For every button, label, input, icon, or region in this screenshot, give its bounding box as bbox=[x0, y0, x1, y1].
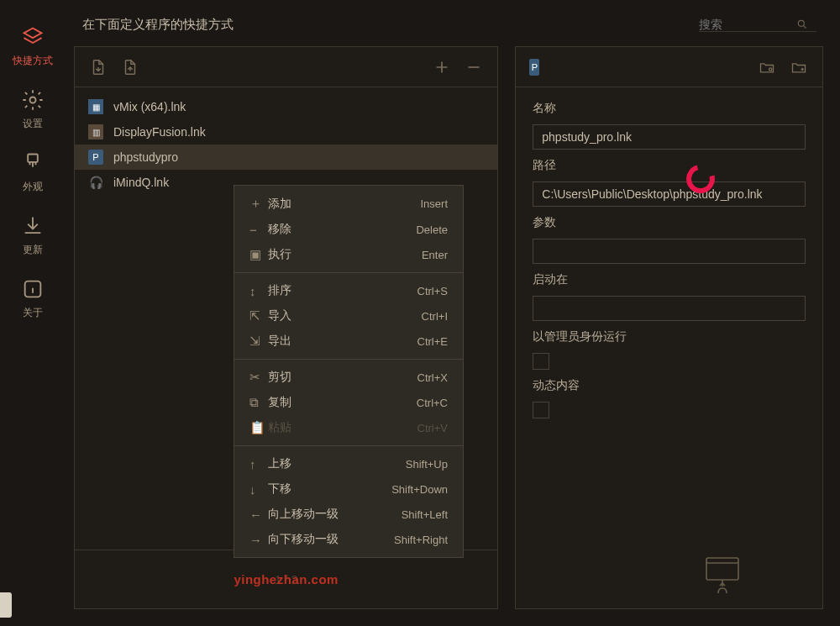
sidebar-label: 设置 bbox=[23, 117, 43, 131]
startin-field[interactable] bbox=[533, 296, 806, 321]
startin-label: 启动在 bbox=[533, 272, 806, 287]
svg-point-3 bbox=[798, 20, 804, 26]
sidebar-label: 更新 bbox=[23, 243, 43, 257]
path-label: 路径 bbox=[533, 158, 806, 173]
sidebar-item-update[interactable]: 更新 bbox=[0, 206, 66, 269]
open-folder-button[interactable] bbox=[757, 57, 777, 77]
svg-point-4 bbox=[769, 67, 772, 70]
list-item[interactable]: ▦ vMix (x64).lnk bbox=[75, 94, 497, 119]
menu-add[interactable]: ＋ 添加 Insert bbox=[234, 191, 463, 217]
dynamic-checkbox[interactable] bbox=[533, 402, 549, 418]
collapsed-tab[interactable] bbox=[0, 592, 12, 618]
args-field[interactable] bbox=[533, 239, 806, 264]
info-icon bbox=[21, 277, 45, 301]
copy-icon: ⧉ bbox=[249, 395, 268, 410]
brush-icon bbox=[21, 151, 45, 175]
import-icon: ⇱ bbox=[249, 308, 268, 324]
args-label: 参数 bbox=[533, 215, 806, 230]
app-preview-icon: P bbox=[529, 57, 549, 77]
name-label: 名称 bbox=[533, 101, 806, 116]
menu-export[interactable]: ⇲ 导出 Ctrl+E bbox=[234, 329, 463, 354]
svg-rect-1 bbox=[28, 155, 38, 162]
export-file-button[interactable] bbox=[120, 57, 140, 77]
sidebar-item-about[interactable]: 关于 bbox=[0, 269, 66, 332]
details-panel: P 名称 路径 bbox=[515, 46, 823, 609]
admin-checkbox[interactable] bbox=[533, 353, 549, 370]
export-icon: ⇲ bbox=[249, 334, 268, 349]
paste-icon: 📋 bbox=[249, 420, 268, 435]
up-icon: ↑ bbox=[249, 457, 268, 471]
cut-icon: ✂ bbox=[249, 370, 268, 385]
details-toolbar: P bbox=[516, 47, 822, 87]
sort-icon: ↕ bbox=[249, 284, 268, 298]
remove-button[interactable] bbox=[464, 57, 484, 77]
download-icon bbox=[21, 214, 45, 238]
instruction-text: 在下面定义程序的快捷方式 bbox=[82, 17, 234, 33]
menu-cut[interactable]: ✂ 剪切 Ctrl+X bbox=[234, 365, 463, 390]
menu-remove[interactable]: − 移除 Delete bbox=[234, 217, 463, 242]
sidebar-label: 关于 bbox=[23, 306, 43, 320]
svg-rect-5 bbox=[706, 558, 738, 580]
watermark: yinghezhan.com bbox=[234, 572, 339, 587]
file-label: phpstudypro bbox=[113, 150, 178, 164]
open-location-button[interactable] bbox=[789, 57, 809, 77]
app-icon: ▥ bbox=[88, 124, 103, 139]
sidebar-label: 外观 bbox=[23, 180, 43, 194]
sidebar: 快捷方式 设置 外观 更新 关于 bbox=[0, 0, 66, 626]
list-item[interactable]: ▥ DisplayFusion.lnk bbox=[75, 119, 497, 145]
menu-move-up[interactable]: ↑ 上移 Shift+Up bbox=[234, 451, 463, 476]
name-field[interactable] bbox=[533, 124, 806, 150]
menu-separator bbox=[234, 359, 463, 360]
search-icon bbox=[796, 18, 808, 30]
file-label: vMix (x64).lnk bbox=[113, 100, 186, 113]
sidebar-item-appearance[interactable]: 外观 bbox=[0, 143, 66, 206]
sidebar-label: 快捷方式 bbox=[13, 54, 53, 68]
app-icon: P bbox=[88, 150, 103, 165]
run-icon: ▣ bbox=[249, 247, 268, 262]
menu-separator bbox=[234, 272, 463, 273]
path-field[interactable] bbox=[533, 181, 806, 207]
context-menu: ＋ 添加 Insert − 移除 Delete ▣ 执行 Enter ↕ 排序 … bbox=[234, 185, 464, 558]
app-icon: ▦ bbox=[88, 99, 103, 114]
sidebar-item-shortcuts[interactable]: 快捷方式 bbox=[0, 17, 66, 80]
menu-run[interactable]: ▣ 执行 Enter bbox=[234, 242, 463, 267]
file-label: iMindQ.lnk bbox=[113, 176, 169, 189]
left-icon: ← bbox=[249, 508, 268, 522]
plus-icon: ＋ bbox=[249, 196, 268, 212]
shortcuts-icon bbox=[21, 25, 45, 49]
menu-separator bbox=[234, 445, 463, 446]
minus-icon: − bbox=[249, 223, 268, 237]
svg-point-0 bbox=[30, 97, 36, 103]
down-icon: ↓ bbox=[249, 482, 268, 497]
menu-paste: 📋 粘贴 Ctrl+V bbox=[234, 415, 463, 440]
menu-copy[interactable]: ⧉ 复制 Ctrl+C bbox=[234, 390, 463, 415]
file-label: DisplayFusion.lnk bbox=[113, 125, 206, 139]
right-icon: → bbox=[249, 533, 268, 547]
search-box[interactable] bbox=[699, 18, 816, 32]
list-toolbar bbox=[75, 47, 497, 87]
touch-action-icon[interactable] bbox=[701, 555, 743, 598]
menu-sort[interactable]: ↕ 排序 Ctrl+S bbox=[234, 278, 463, 303]
menu-level-down[interactable]: → 向下移动一级 Shift+Right bbox=[234, 527, 463, 552]
list-item[interactable]: P phpstudypro bbox=[75, 145, 497, 170]
menu-level-up[interactable]: ← 向上移动一级 Shift+Left bbox=[234, 502, 463, 527]
import-file-button[interactable] bbox=[88, 57, 108, 77]
search-input[interactable] bbox=[699, 18, 791, 31]
top-bar: 在下面定义程序的快捷方式 bbox=[66, 0, 840, 46]
dynamic-label: 动态内容 bbox=[533, 378, 806, 393]
app-icon: 🎧 bbox=[88, 175, 103, 190]
list-footer: 1 / 2 yinghezhan.com bbox=[75, 550, 497, 608]
menu-import[interactable]: ⇱ 导入 Ctrl+I bbox=[234, 303, 463, 329]
sidebar-item-settings[interactable]: 设置 bbox=[0, 80, 66, 143]
add-button[interactable] bbox=[432, 57, 452, 77]
menu-move-down[interactable]: ↓ 下移 Shift+Down bbox=[234, 476, 463, 502]
gear-icon bbox=[21, 88, 45, 112]
admin-label: 以管理员身份运行 bbox=[533, 329, 806, 345]
